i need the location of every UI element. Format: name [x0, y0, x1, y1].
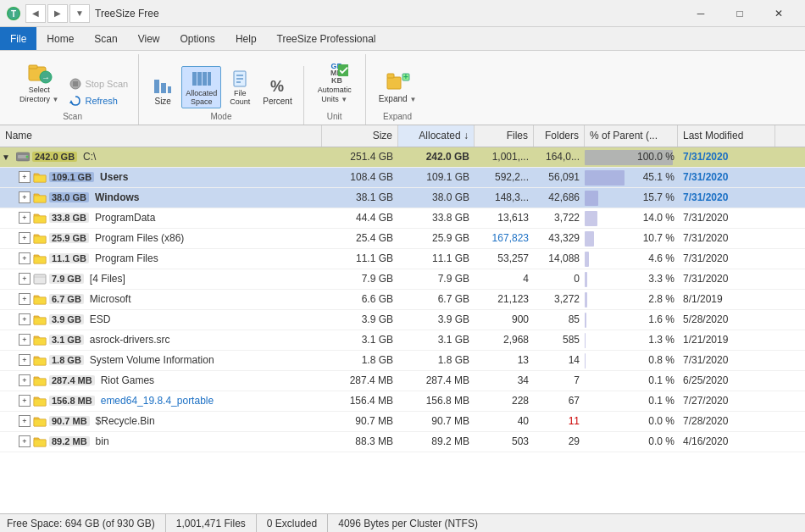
item-name: C:\ — [83, 151, 96, 163]
select-directory-button[interactable]: → SelectDirectory ▼ — [14, 54, 64, 108]
menu-help[interactable]: Help — [225, 27, 267, 50]
table-row[interactable]: + 7.9 GB [4 Files] 7.9 GB 7.9 GB 4 0 3.3… — [0, 269, 805, 290]
size-badge: 3.1 GB — [49, 335, 84, 345]
table-row[interactable]: + 109.1 GB Users 108.4 GB 109.1 GB 592,2… — [0, 168, 805, 188]
svg-marker-8 — [69, 100, 73, 103]
file-count-button[interactable]: FileCount — [223, 66, 257, 108]
expand-button[interactable]: + Expand ▼ — [373, 63, 423, 108]
ribbon-unit-items: GB MB KB AutomaticUnits ▼ — [311, 54, 358, 108]
th-files[interactable]: Files — [475, 125, 534, 147]
cell-folders: 85 — [534, 310, 585, 330]
cell-name: + 89.2 MB bin — [0, 432, 322, 452]
nav-back-button[interactable]: ◀ — [25, 4, 46, 23]
expand-icon[interactable]: + — [19, 171, 31, 183]
size-button[interactable]: Size — [146, 74, 180, 108]
allocated-space-button[interactable]: AllocatedSpace — [181, 66, 221, 108]
cell-size: 38.1 GB — [322, 188, 398, 208]
title-bar-left: T ◀ ▶ ▼ TreeSize Free — [7, 4, 159, 23]
table-row[interactable]: + 1.8 GB System Volume Information 1.8 G… — [0, 351, 805, 371]
maximize-button[interactable]: □ — [720, 0, 759, 27]
size-badge: 7.9 GB — [49, 274, 84, 284]
ribbon-expand-label: Expand — [383, 112, 412, 121]
table-row[interactable]: + 6.7 GB Microsoft 6.6 GB 6.7 GB 21,123 … — [0, 290, 805, 310]
expand-icon[interactable]: + — [19, 395, 31, 407]
cell-folders: 7 — [534, 371, 585, 391]
expand-icon[interactable]: + — [19, 374, 31, 386]
table-row[interactable]: + 3.1 GB asrock-drivers.src 3.1 GB 3.1 G… — [0, 330, 805, 351]
status-bar: Free Space: 694 GB (of 930 GB) 1,001,471… — [0, 513, 805, 532]
expand-icon[interactable]: + — [19, 354, 31, 366]
table-row[interactable]: + 25.9 GB Program Files (x86) 25.4 GB 25… — [0, 229, 805, 249]
th-allocated[interactable]: Allocated ↓ — [398, 125, 475, 147]
cell-folders: 14 — [534, 351, 585, 370]
cell-name: + 25.9 GB Program Files (x86) — [0, 229, 322, 248]
table-row[interactable]: + 38.0 GB Windows 38.1 GB 38.0 GB 148,3.… — [0, 188, 805, 208]
menu-view[interactable]: View — [128, 27, 170, 50]
percent-icon: % — [267, 76, 287, 97]
cell-allocated: 7.9 GB — [398, 269, 475, 289]
size-icon — [153, 76, 173, 97]
expand-icon[interactable]: + — [19, 212, 31, 224]
ribbon-unit-label: Unit — [327, 112, 342, 121]
cell-allocated: 109.1 GB — [398, 168, 475, 187]
cell-files: 53,257 — [475, 249, 534, 269]
table-row[interactable]: + 11.1 GB Program Files 11.1 GB 11.1 GB … — [0, 249, 805, 269]
automatic-units-label: AutomaticUnits ▼ — [318, 86, 352, 104]
percent-button[interactable]: % Percent — [258, 74, 296, 108]
table-row[interactable]: + 156.8 MB emed64_19.8.4_portable 156.4 … — [0, 391, 805, 412]
menu-options[interactable]: Options — [170, 27, 225, 50]
th-folders[interactable]: Folders — [534, 125, 585, 147]
table-row[interactable]: + 3.9 GB ESD 3.9 GB 3.9 GB 900 85 1.6 % … — [0, 310, 805, 330]
cell-percent: 0.1 % — [585, 391, 678, 411]
minimize-button[interactable]: ─ — [681, 0, 720, 27]
refresh-button[interactable]: Refresh — [66, 93, 131, 108]
expand-icon[interactable]: + — [19, 191, 31, 203]
cell-folders: 29 — [534, 432, 585, 452]
table-row[interactable]: + 90.7 MB $Recycle.Bin 90.7 MB 90.7 MB 4… — [0, 412, 805, 432]
th-lastmodified[interactable]: Last Modified — [678, 125, 775, 147]
nav-dropdown-button[interactable]: ▼ — [69, 4, 90, 23]
expand-icon[interactable]: + — [19, 252, 31, 264]
automatic-units-button[interactable]: GB MB KB AutomaticUnits ▼ — [311, 54, 358, 108]
menu-file[interactable]: File — [0, 27, 36, 50]
th-name[interactable]: Name — [0, 125, 322, 147]
cell-lastmodified: 7/31/2020 — [678, 229, 775, 248]
expand-icon[interactable]: + — [19, 313, 31, 325]
cell-folders: 3,722 — [534, 208, 585, 228]
cell-lastmodified: 7/27/2020 — [678, 391, 775, 411]
cell-size: 108.4 GB — [322, 168, 398, 187]
svg-rect-3 — [29, 65, 37, 69]
expand-icon[interactable]: + — [19, 293, 31, 305]
cell-percent: 1.6 % — [585, 310, 678, 330]
item-name: bin — [96, 435, 109, 447]
table-row[interactable]: + 33.8 GB ProgramData 44.4 GB 33.8 GB 13… — [0, 208, 805, 229]
cell-allocated: 89.2 MB — [398, 432, 475, 452]
ribbon-scan-sub: Stop Scan Refresh — [66, 76, 131, 108]
size-badge: 90.7 MB — [49, 416, 90, 426]
th-size[interactable]: Size — [322, 125, 398, 147]
svg-rect-7 — [73, 81, 78, 86]
menu-scan[interactable]: Scan — [84, 27, 127, 50]
nav-forward-button[interactable]: ▶ — [47, 4, 68, 23]
th-percent[interactable]: % of Parent (... — [585, 125, 678, 147]
menu-home[interactable]: Home — [36, 27, 84, 50]
svg-point-31 — [26, 156, 29, 158]
table-row[interactable]: ▼ 242.0 GB C:\ 251.4 GB 242.0 GB 1,001,.… — [0, 147, 805, 168]
expand-icon[interactable]: + — [19, 273, 31, 285]
item-name: ESD — [90, 313, 111, 325]
menu-treesize-pro[interactable]: TreeSize Professional — [267, 27, 386, 50]
cell-lastmodified: 7/28/2020 — [678, 412, 775, 431]
close-button[interactable]: ✕ — [759, 0, 798, 27]
expand-icon[interactable]: + — [19, 435, 31, 447]
cell-lastmodified: 7/31/2020 — [678, 188, 775, 208]
collapse-icon[interactable]: ▼ — [2, 152, 14, 162]
app-icon: T — [7, 7, 20, 20]
cell-allocated: 33.8 GB — [398, 208, 475, 228]
expand-icon[interactable]: + — [19, 415, 31, 427]
expand-icon[interactable]: + — [19, 232, 31, 244]
table-row[interactable]: + 287.4 MB Riot Games 287.4 MB 287.4 MB … — [0, 371, 805, 391]
allocated-space-label: AllocatedSpace — [186, 89, 217, 106]
cell-lastmodified: 6/25/2020 — [678, 371, 775, 391]
table-row[interactable]: + 89.2 MB bin 88.3 MB 89.2 MB 503 29 0.0… — [0, 432, 805, 452]
expand-icon[interactable]: + — [19, 334, 31, 346]
